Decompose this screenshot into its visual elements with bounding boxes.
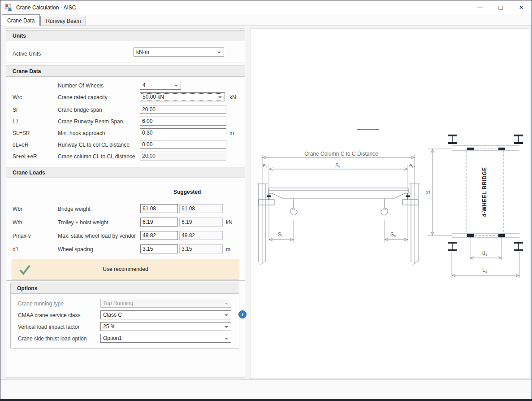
tab-runway-beam[interactable]: Runway Beam bbox=[40, 16, 86, 26]
plan-dimensions bbox=[428, 149, 519, 278]
wbr-symbol: Wbr bbox=[13, 206, 22, 212]
d1-unit: m bbox=[226, 246, 230, 253]
slsr-symbol: SL=SR bbox=[13, 130, 30, 136]
window-title: Crane Calculation - AISC bbox=[16, 4, 76, 11]
use-recommended-button[interactable]: Use recommended bbox=[12, 259, 239, 279]
runway-cl-distance-label: Runway CL to col CL distance bbox=[58, 142, 130, 148]
max-wheel-load-input[interactable] bbox=[140, 231, 178, 240]
use-recommended-label: Use recommended bbox=[103, 266, 148, 272]
wheel-spacing-label: Wheel spacing bbox=[58, 246, 93, 253]
chevron-down-icon bbox=[225, 326, 228, 328]
check-icon bbox=[18, 263, 31, 276]
crane-rated-capacity-label: Crane rated capacity bbox=[58, 94, 108, 100]
options-section-header: Options bbox=[11, 283, 239, 294]
svg-text:d1: d1 bbox=[482, 250, 488, 257]
elevation-labels: Crane Column C to C Distance Sr eL eR SL… bbox=[263, 151, 415, 238]
min-hook-approach-label: Min. hook approach bbox=[58, 130, 105, 136]
crane-data-section: Crane Data Number Of Wheels 4 Wrc Crane … bbox=[6, 65, 245, 163]
wheel-spacing-suggested bbox=[179, 244, 223, 253]
units-section: Units Active Units kN-m bbox=[6, 30, 245, 62]
svg-text:Sr: Sr bbox=[425, 189, 432, 194]
min-hook-approach-input[interactable] bbox=[140, 128, 226, 137]
suggested-column-header: Suggested bbox=[173, 189, 201, 195]
side-thrust-combo[interactable]: Option1 bbox=[100, 334, 231, 343]
bridge-label: 4-WHEEL BRIDGE bbox=[481, 167, 488, 217]
trolley-hoist-weight-label: Trolley + hoist weight bbox=[58, 219, 108, 226]
runway-beam-span-label: Crane Runway Beam Span bbox=[58, 118, 123, 125]
max-wheel-load-label: Max. static wheel load by vendor bbox=[58, 233, 136, 239]
active-units-combo[interactable]: kN-m bbox=[134, 48, 224, 57]
d1-symbol: d1 bbox=[13, 246, 18, 253]
impact-factor-label: Vertical load impact factor bbox=[18, 324, 79, 330]
options-section: Options Crane running type Top Running C… bbox=[10, 283, 239, 349]
close-button[interactable]: ✕ bbox=[511, 0, 532, 14]
minimize-button[interactable]: — bbox=[470, 0, 490, 14]
column-cl-distance-input bbox=[140, 152, 226, 161]
sr-symbol: Sr bbox=[13, 107, 18, 113]
column-cl-distance-label: Crane column CL to CL distance bbox=[58, 153, 135, 160]
wth-symbol: Wth bbox=[13, 219, 22, 226]
top-dim-label: Crane Column C to C Distance bbox=[304, 151, 378, 157]
elevation-structure bbox=[257, 184, 420, 262]
crane-rated-capacity-combo[interactable]: 50.00 kN bbox=[140, 92, 225, 101]
wrc-unit: kN bbox=[229, 94, 236, 100]
svg-text:SL: SL bbox=[278, 231, 284, 238]
tab-strip: Crane Data Runway Beam bbox=[0, 14, 532, 26]
impact-factor-value: 25 % bbox=[103, 323, 115, 330]
runway-cl-distance-input[interactable] bbox=[140, 140, 226, 149]
bridge-weight-suggested bbox=[179, 204, 223, 213]
chevron-down-icon bbox=[218, 96, 222, 98]
crane-running-type-value: Top Running bbox=[103, 300, 133, 306]
crane-bridge-span-input[interactable] bbox=[140, 105, 226, 114]
tab-crane-data[interactable]: Crane Data bbox=[2, 14, 40, 26]
trolley-hoist-weight-input[interactable] bbox=[140, 218, 178, 227]
chevron-down-icon bbox=[174, 85, 178, 87]
crane-bridge-span-label: Crane bridge span bbox=[58, 107, 102, 113]
crane-loads-section: Crane Loads Suggested Wbr Bridge weight … bbox=[6, 167, 245, 281]
pmaxv-symbol: Pmax-v bbox=[13, 233, 31, 239]
crane-loads-section-header: Crane Loads bbox=[6, 167, 245, 178]
active-units-label: Active Units bbox=[13, 51, 41, 57]
crane-running-type-combo: Top Running bbox=[100, 299, 231, 308]
number-of-wheels-combo[interactable]: 4 bbox=[140, 81, 181, 90]
chevron-down-icon bbox=[225, 338, 228, 340]
svg-text:Sr: Sr bbox=[335, 162, 340, 169]
window-bottom-edge bbox=[0, 399, 532, 401]
trolley-hoist-weight-suggested bbox=[179, 218, 223, 227]
number-of-wheels-value: 4 bbox=[143, 82, 146, 88]
chevron-down-icon bbox=[225, 303, 228, 305]
footer-bar: Cancel OK bbox=[0, 379, 532, 399]
chevron-down-icon bbox=[217, 52, 221, 53]
wheel-spacing-input[interactable] bbox=[140, 244, 178, 253]
sreler-symbol: Sr+eL+eR bbox=[13, 153, 37, 160]
runway-beam-span-input[interactable] bbox=[140, 117, 226, 126]
units-section-header: Units bbox=[6, 31, 245, 41]
app-window: Crane Calculation - AISC — □ ✕ Crane Dat… bbox=[0, 0, 532, 401]
eler-symbol: eL=eR bbox=[13, 142, 29, 148]
cmaa-class-label: CMAA crane service class bbox=[18, 312, 80, 318]
svg-text:eL: eL bbox=[263, 162, 268, 169]
window-controls: — □ ✕ bbox=[470, 0, 532, 14]
svg-text:SR: SR bbox=[390, 231, 397, 238]
crane-data-section-header: Crane Data bbox=[6, 66, 245, 77]
info-icon[interactable]: i bbox=[238, 310, 247, 318]
crane-running-type-label: Crane running type bbox=[18, 301, 64, 307]
slsr-unit: m bbox=[229, 130, 234, 136]
crane-rated-capacity-value: 50.00 kN bbox=[143, 94, 164, 100]
elevation-dimensions bbox=[260, 154, 417, 265]
bridge-weight-label: Bridge weight bbox=[58, 206, 91, 212]
impact-factor-combo[interactable]: 25 % bbox=[100, 322, 231, 331]
cmaa-class-combo[interactable]: Class C bbox=[100, 310, 231, 319]
maximize-button[interactable]: □ bbox=[490, 0, 511, 14]
max-wheel-load-suggested bbox=[179, 231, 223, 240]
app-icon bbox=[5, 4, 13, 11]
side-thrust-label: Crane side thrust load option bbox=[18, 336, 87, 342]
cmaa-class-value: Class C bbox=[103, 312, 122, 318]
side-thrust-value: Option1 bbox=[103, 335, 122, 341]
svg-text:L1: L1 bbox=[482, 267, 488, 274]
bridge-weight-input[interactable] bbox=[140, 204, 178, 213]
title-bar: Crane Calculation - AISC — □ ✕ bbox=[0, 0, 532, 14]
active-units-value: kN-m bbox=[136, 49, 149, 55]
diagram-panel: Crane Column C to C Distance Sr eL eR SL… bbox=[250, 28, 529, 379]
wrc-symbol: Wrc bbox=[13, 94, 22, 100]
